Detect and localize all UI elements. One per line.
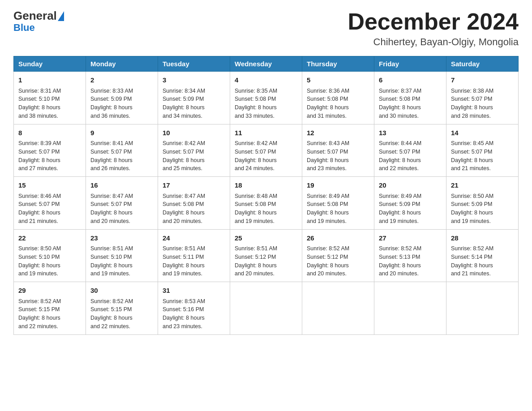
sunrise-label: Sunrise: 8:52 AM	[307, 245, 349, 252]
daylight-minutes: and 28 minutes.	[451, 113, 491, 119]
calendar-cell: 7 Sunrise: 8:38 AM Sunset: 5:07 PM Dayli…	[446, 72, 519, 124]
day-number: 1	[18, 75, 81, 86]
daylight-label: Daylight: 8 hours	[379, 210, 421, 216]
daylight-label: Daylight: 8 hours	[235, 157, 277, 163]
daylight-label: Daylight: 8 hours	[90, 262, 133, 269]
calendar-header-saturday: Saturday	[446, 56, 519, 72]
daylight-label: Daylight: 8 hours	[451, 262, 493, 269]
day-number: 18	[235, 180, 297, 191]
day-number: 12	[307, 128, 369, 138]
daylight-label: Daylight: 8 hours	[451, 104, 493, 111]
daylight-label: Daylight: 8 hours	[163, 157, 205, 163]
sunrise-label: Sunrise: 8:34 AM	[163, 88, 205, 94]
sunrise-label: Sunrise: 8:35 AM	[235, 88, 277, 94]
sunset-label: Sunset: 5:07 PM	[18, 149, 60, 155]
sunrise-label: Sunrise: 8:50 AM	[18, 245, 61, 252]
daylight-minutes: and 23 minutes.	[307, 165, 347, 171]
calendar-cell: 8 Sunrise: 8:39 AM Sunset: 5:07 PM Dayli…	[14, 124, 86, 177]
calendar-week-3: 15 Sunrise: 8:46 AM Sunset: 5:07 PM Dayl…	[14, 177, 519, 230]
sunrise-label: Sunrise: 8:49 AM	[307, 193, 349, 199]
daylight-minutes: and 20 minutes.	[235, 270, 275, 277]
day-number: 16	[90, 180, 153, 191]
daylight-label: Daylight: 8 hours	[18, 315, 60, 321]
sunset-label: Sunset: 5:15 PM	[90, 306, 132, 313]
sunrise-label: Sunrise: 8:44 AM	[379, 140, 421, 146]
day-number: 13	[379, 128, 442, 138]
sunset-label: Sunset: 5:07 PM	[18, 201, 60, 207]
calendar-cell: 2 Sunrise: 8:33 AM Sunset: 5:09 PM Dayli…	[86, 72, 158, 124]
calendar-table: SundayMondayTuesdayWednesdayThursdayFrid…	[13, 56, 519, 335]
logo: General	[13, 9, 65, 23]
daylight-label: Daylight: 8 hours	[18, 157, 60, 163]
daylight-minutes: and 20 minutes.	[379, 270, 419, 277]
location-subtitle: Chihertey, Bayan-Olgiy, Mongolia	[348, 36, 519, 48]
day-number: 4	[235, 75, 297, 86]
sunset-label: Sunset: 5:08 PM	[379, 96, 420, 102]
daylight-label: Daylight: 8 hours	[90, 315, 133, 321]
sunrise-label: Sunrise: 8:52 AM	[379, 245, 421, 252]
day-number: 15	[18, 180, 81, 191]
sunrise-label: Sunrise: 8:52 AM	[18, 298, 61, 304]
calendar-cell: 15 Sunrise: 8:46 AM Sunset: 5:07 PM Dayl…	[14, 177, 86, 230]
calendar-header-wednesday: Wednesday	[230, 56, 302, 72]
calendar-cell: 23 Sunrise: 8:51 AM Sunset: 5:10 PM Dayl…	[86, 229, 158, 282]
calendar-week-1: 1 Sunrise: 8:31 AM Sunset: 5:10 PM Dayli…	[14, 72, 519, 124]
calendar-cell: 19 Sunrise: 8:49 AM Sunset: 5:08 PM Dayl…	[302, 177, 374, 230]
daylight-minutes: and 21 minutes.	[451, 270, 491, 277]
daylight-label: Daylight: 8 hours	[379, 104, 421, 111]
daylight-minutes: and 26 minutes.	[90, 165, 130, 171]
sunset-label: Sunset: 5:08 PM	[307, 201, 348, 207]
daylight-label: Daylight: 8 hours	[307, 262, 349, 269]
daylight-minutes: and 31 minutes.	[307, 113, 347, 119]
calendar-cell: 17 Sunrise: 8:47 AM Sunset: 5:08 PM Dayl…	[158, 177, 230, 230]
sunset-label: Sunset: 5:13 PM	[379, 254, 420, 260]
calendar-cell: 9 Sunrise: 8:41 AM Sunset: 5:07 PM Dayli…	[86, 124, 158, 177]
day-number: 19	[307, 180, 369, 191]
day-number: 2	[90, 75, 153, 86]
daylight-minutes: and 19 minutes.	[307, 218, 347, 224]
day-number: 17	[163, 180, 225, 191]
sunset-label: Sunset: 5:12 PM	[235, 254, 276, 260]
sunset-label: Sunset: 5:08 PM	[235, 96, 276, 102]
sunrise-label: Sunrise: 8:46 AM	[18, 193, 61, 199]
daylight-minutes: and 33 minutes.	[235, 113, 275, 119]
daylight-minutes: and 30 minutes.	[379, 113, 419, 119]
sunset-label: Sunset: 5:10 PM	[18, 96, 60, 102]
sunrise-label: Sunrise: 8:52 AM	[90, 298, 133, 304]
daylight-minutes: and 27 minutes.	[18, 165, 58, 171]
day-number: 11	[235, 128, 297, 138]
calendar-cell: 12 Sunrise: 8:43 AM Sunset: 5:07 PM Dayl…	[302, 124, 374, 177]
calendar-cell: 18 Sunrise: 8:48 AM Sunset: 5:08 PM Dayl…	[230, 177, 302, 230]
calendar-cell: 29 Sunrise: 8:52 AM Sunset: 5:15 PM Dayl…	[14, 282, 86, 335]
sunset-label: Sunset: 5:09 PM	[451, 201, 492, 207]
daylight-minutes: and 20 minutes.	[163, 218, 202, 224]
daylight-minutes: and 23 minutes.	[163, 323, 202, 330]
sunset-label: Sunset: 5:07 PM	[90, 149, 132, 155]
daylight-minutes: and 19 minutes.	[235, 218, 275, 224]
calendar-cell: 25 Sunrise: 8:51 AM Sunset: 5:12 PM Dayl…	[230, 229, 302, 282]
calendar-cell: 5 Sunrise: 8:36 AM Sunset: 5:08 PM Dayli…	[302, 72, 374, 124]
calendar-cell: 11 Sunrise: 8:42 AM Sunset: 5:07 PM Dayl…	[230, 124, 302, 177]
sunset-label: Sunset: 5:11 PM	[163, 254, 204, 260]
day-number: 7	[451, 75, 514, 86]
logo-blue: Blue	[13, 22, 35, 34]
daylight-label: Daylight: 8 hours	[235, 210, 277, 216]
sunrise-label: Sunrise: 8:41 AM	[90, 140, 133, 146]
calendar-cell: 13 Sunrise: 8:44 AM Sunset: 5:07 PM Dayl…	[374, 124, 446, 177]
calendar-cell: 26 Sunrise: 8:52 AM Sunset: 5:12 PM Dayl…	[302, 229, 374, 282]
daylight-label: Daylight: 8 hours	[18, 262, 60, 269]
day-number: 23	[90, 233, 153, 244]
daylight-minutes: and 22 minutes.	[379, 165, 419, 171]
daylight-minutes: and 36 minutes.	[90, 113, 130, 119]
sunrise-label: Sunrise: 8:51 AM	[235, 245, 277, 252]
daylight-minutes: and 24 minutes.	[235, 165, 275, 171]
daylight-minutes: and 22 minutes.	[18, 323, 58, 330]
sunrise-label: Sunrise: 8:38 AM	[451, 88, 493, 94]
daylight-label: Daylight: 8 hours	[307, 210, 349, 216]
day-number: 28	[451, 233, 514, 244]
daylight-minutes: and 34 minutes.	[163, 113, 202, 119]
sunrise-label: Sunrise: 8:48 AM	[235, 193, 277, 199]
daylight-minutes: and 25 minutes.	[163, 165, 202, 171]
day-number: 5	[307, 75, 369, 86]
daylight-label: Daylight: 8 hours	[163, 262, 205, 269]
